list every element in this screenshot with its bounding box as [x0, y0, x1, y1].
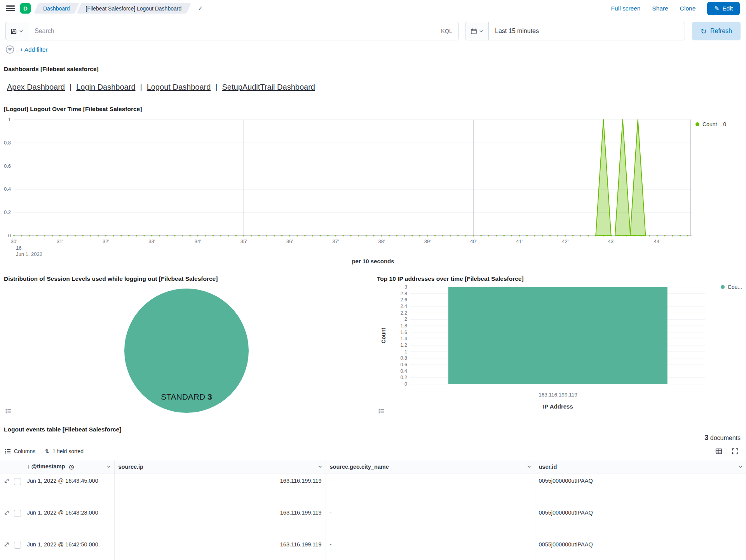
cell-sourceip: 163.116.199.119: [114, 473, 326, 505]
expand-row-icon[interactable]: [4, 510, 9, 515]
column-header-timestamp[interactable]: ↓@timestamp: [23, 460, 114, 473]
date-quick-select-button[interactable]: [465, 22, 488, 40]
panel-session-levels-pie: Distribution of Session Levels used whil…: [0, 272, 373, 420]
events-table: ↓@timestamp source.ip: [0, 460, 746, 560]
space-avatar[interactable]: D: [20, 3, 31, 14]
svg-text:41': 41': [516, 238, 523, 244]
panel-title: [Logout] Logout Over Time [Filebeat Sale…: [0, 106, 746, 113]
cell-userid: 0055j000000utIPAAQ: [535, 505, 746, 537]
svg-text:1: 1: [404, 349, 407, 355]
add-filter-button[interactable]: + Add filter: [20, 46, 47, 53]
cell-timestamp: Jun 1, 2022 @ 16:42:50.000: [23, 537, 114, 560]
query-language-button[interactable]: KQL: [441, 28, 452, 34]
sort-fields-button[interactable]: ⇅ 1 field sorted: [45, 448, 84, 454]
svg-text:39': 39': [424, 238, 431, 244]
refresh-button[interactable]: ↻ Refresh: [692, 22, 741, 40]
save-icon: [10, 28, 17, 35]
session-levels-pie-chart[interactable]: STANDARD 3: [120, 285, 253, 417]
top-ip-bar-chart: 00.20.40.60.811.21.41.61.822.22.42.62.83…: [373, 285, 746, 410]
cell-userid: 0055j000000utIPAAQ: [535, 537, 746, 560]
expand-row-icon[interactable]: [4, 542, 9, 547]
svg-text:0: 0: [8, 233, 11, 238]
svg-text:2: 2: [404, 317, 407, 322]
cell-sourceip: 163.116.199.119: [114, 505, 326, 537]
checkbox-cell: [13, 473, 23, 505]
dashboard-link-logout-dashboard[interactable]: Logout Dashboard: [147, 83, 211, 92]
row-checkbox[interactable]: [14, 542, 21, 549]
legend-dot: [695, 122, 699, 126]
svg-text:35': 35': [241, 238, 247, 244]
breadcrumb-current-dashboard[interactable]: [Filebeat Salesforce] Logout Dashboard: [79, 3, 189, 14]
cell-sourcegeocity-name: -: [326, 505, 535, 537]
expand-cell: [0, 473, 13, 505]
svg-text:16: 16: [16, 245, 21, 251]
svg-text:0.4: 0.4: [401, 369, 407, 374]
chevron-down-icon[interactable]: [318, 464, 322, 469]
svg-text:1.2: 1.2: [401, 343, 407, 348]
svg-text:1.4: 1.4: [401, 336, 407, 341]
dashboard-link-setupaudittrail-dashboard[interactable]: SetupAuditTrail Dashboard: [222, 83, 315, 92]
chevron-down-icon[interactable]: [738, 464, 743, 469]
cell-userid: 0055j000000utIPAAQ: [535, 473, 746, 505]
dashboard-link-login-dashboard[interactable]: Login Dashboard: [76, 83, 135, 92]
time-range-display[interactable]: Last 15 minutes: [488, 22, 685, 40]
panel-logout-over-time: [Logout] Logout Over Time [Filebeat Sale…: [0, 92, 746, 264]
menu-hamburger-icon[interactable]: [6, 5, 15, 11]
breadcrumb-dashboard[interactable]: Dashboard: [36, 3, 77, 14]
edit-button[interactable]: ✎ Edit: [707, 2, 740, 15]
saved-query-menu-button[interactable]: [5, 22, 28, 40]
panel-dashboards-links: Dashboards [Filebeat salesforce] Apex Da…: [0, 59, 746, 92]
refresh-icon: ↻: [701, 28, 707, 35]
clone-button[interactable]: Clone: [680, 5, 696, 12]
legend-item-count[interactable]: Cou...: [721, 284, 742, 290]
query-bar: KQL Last 15 minutes ↻ Refresh: [0, 17, 746, 44]
svg-text:33': 33': [148, 238, 155, 244]
density-button[interactable]: [714, 447, 723, 456]
columns-button[interactable]: Columns: [5, 448, 35, 454]
chevron-down-icon[interactable]: [527, 464, 532, 469]
fullscreen-icon: [732, 448, 739, 455]
sort-desc-icon: ↓: [27, 463, 30, 470]
dashboard-link-apex-dashboard[interactable]: Apex Dashboard: [7, 83, 65, 92]
panel-title: Distribution of Session Levels used whil…: [0, 275, 373, 282]
link-separator: |: [140, 83, 142, 92]
column-header-city-name[interactable]: source.geo.city_name: [326, 460, 535, 473]
header-actions: Full screen Share Clone ✎ Edit: [611, 2, 740, 15]
column-header-user-id[interactable]: user.id: [535, 460, 746, 473]
legend-toggle-button[interactable]: [377, 407, 386, 416]
svg-text:Count: Count: [380, 327, 387, 343]
svg-text:0.6: 0.6: [4, 163, 11, 169]
svg-text:0.4: 0.4: [4, 186, 11, 192]
row-checkbox[interactable]: [14, 510, 21, 517]
svg-text:31': 31': [57, 238, 63, 244]
list-icon: [378, 408, 385, 414]
expand-cell: [0, 537, 13, 560]
full-screen-button[interactable]: Full screen: [611, 5, 641, 12]
svg-text:2.8: 2.8: [401, 291, 407, 296]
search-input[interactable]: [35, 28, 437, 35]
filter-bar: + Add filter: [0, 44, 746, 59]
svg-text:0.2: 0.2: [401, 375, 407, 380]
cell-timestamp: Jun 1, 2022 @ 16:43:28.000: [23, 505, 114, 537]
filter-icon[interactable]: [5, 45, 14, 54]
share-button[interactable]: Share: [652, 5, 668, 12]
chevron-down-icon[interactable]: [106, 464, 111, 469]
svg-text:3: 3: [404, 285, 407, 290]
bar-category-label: 163.116.199.119: [407, 392, 709, 398]
row-checkbox[interactable]: [14, 478, 21, 485]
svg-text:1.8: 1.8: [401, 323, 407, 329]
svg-text:30': 30': [11, 238, 17, 244]
search-field: KQL: [28, 22, 459, 40]
fullscreen-button[interactable]: [730, 447, 740, 456]
column-header-source-ip[interactable]: source.ip: [114, 460, 326, 473]
legend-dot: [721, 285, 725, 289]
top-navigation-bar: D Dashboard [Filebeat Salesforce] Logout…: [0, 0, 746, 17]
svg-text:38': 38': [378, 238, 385, 244]
legend-item-count[interactable]: Count 0: [695, 121, 744, 127]
panel-title: Dashboards [Filebeat salesforce]: [0, 66, 746, 73]
table-row: Jun 1, 2022 @ 16:42:50.000163.116.199.11…: [0, 537, 746, 560]
cell-sourcegeocity-name: -: [326, 537, 535, 560]
chevron-down-icon: [479, 29, 483, 33]
expand-row-icon[interactable]: [4, 478, 9, 483]
legend-toggle-button[interactable]: [4, 407, 13, 416]
